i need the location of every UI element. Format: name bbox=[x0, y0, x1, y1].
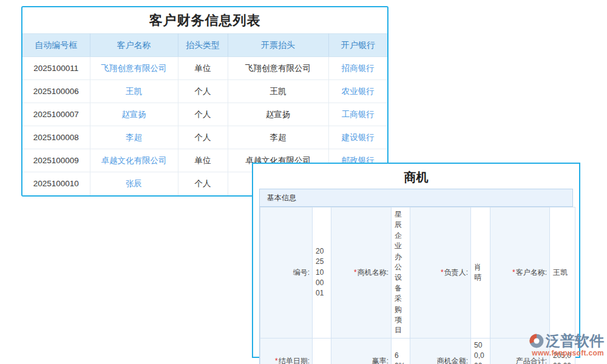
cell-customer-name-link[interactable]: 李超 bbox=[90, 126, 178, 149]
cell-title-type: 个人 bbox=[178, 172, 228, 195]
list-panel-title: 客户财务信息列表 bbox=[22, 7, 387, 33]
cell-invoice-title: 赵宣扬 bbox=[228, 103, 328, 126]
field-value-customer-name: 王凯 bbox=[550, 207, 575, 339]
cell-customer-name-link[interactable]: 赵宣扬 bbox=[90, 103, 178, 126]
field-label-customer-name: *客户名称: bbox=[490, 207, 550, 339]
field-value-number: 2025100001 bbox=[313, 207, 331, 339]
field-value-win-rate: 60% bbox=[392, 338, 410, 364]
field-label-owner: *负责人: bbox=[410, 207, 471, 339]
screen: 客户财务信息列表 自动编号框 客户名称 抬头类型 开票抬头 开户银行 20251… bbox=[0, 0, 607, 364]
cell-title-type: 个人 bbox=[178, 80, 228, 103]
table-row: 2025100006 王凯 个人 王凯 农业银行 bbox=[22, 80, 387, 103]
table-header-row: 自动编号框 客户名称 抬头类型 开票抬头 开户银行 bbox=[22, 34, 387, 57]
field-label-win-rate: 赢率: bbox=[331, 338, 392, 364]
cell-bank-link[interactable]: 招商银行 bbox=[328, 57, 387, 80]
cell-customer-name-link[interactable]: 卓越文化有限公司 bbox=[90, 149, 178, 172]
basic-info-section-header: 基本信息 bbox=[260, 189, 572, 207]
field-label-opportunity-name: *商机名称: bbox=[331, 207, 392, 339]
field-label-text: 客户名称: bbox=[516, 268, 547, 277]
required-mark: * bbox=[275, 357, 278, 364]
required-mark: * bbox=[512, 268, 515, 277]
cell-auto-number: 2025100010 bbox=[22, 172, 90, 195]
field-label-text: 商机金额: bbox=[437, 357, 468, 364]
required-mark: * bbox=[354, 268, 357, 277]
cell-auto-number: 2025100011 bbox=[22, 57, 90, 80]
table-row: 2025100011 飞翔创意有限公司 单位 飞翔创意有限公司 招商银行 bbox=[22, 57, 387, 80]
field-value-opportunity-amount: 500,000.00 bbox=[471, 338, 490, 364]
cell-invoice-title: 李超 bbox=[228, 126, 328, 149]
field-label-text: 赢率: bbox=[372, 357, 388, 364]
cell-invoice-title: 王凯 bbox=[228, 80, 328, 103]
brand-url: www.fanpusoft.com bbox=[512, 349, 604, 357]
cell-auto-number: 2025100009 bbox=[22, 149, 90, 172]
cell-bank-link[interactable]: 农业银行 bbox=[328, 80, 387, 103]
column-header-title-type: 抬头类型 bbox=[178, 34, 228, 57]
vendor-watermark: 泛普软件 www.fanpusoft.com bbox=[512, 331, 604, 357]
cell-title-type: 个人 bbox=[178, 126, 228, 149]
cell-customer-name-link[interactable]: 王凯 bbox=[90, 80, 178, 103]
field-label-text: 编号: bbox=[293, 268, 310, 277]
table-row: 2025100007 赵宣扬 个人 赵宣扬 工商银行 bbox=[22, 103, 387, 126]
field-value-close-date bbox=[313, 338, 331, 364]
cell-customer-name-link[interactable]: 张辰 bbox=[90, 172, 178, 195]
opportunity-panel-title: 商机 bbox=[253, 164, 579, 189]
cell-auto-number: 2025100008 bbox=[22, 126, 90, 149]
brand-logo-icon bbox=[528, 332, 545, 349]
form-row: 编号: 2025100001 *商机名称: 星辰企业办公设备采购项目 *负责人:… bbox=[260, 207, 575, 339]
table-row: 2025100008 李超 个人 李超 建设银行 bbox=[22, 126, 387, 149]
brand-name: 泛普软件 bbox=[546, 331, 604, 351]
cell-bank-link[interactable]: 建设银行 bbox=[328, 126, 387, 149]
field-label-text: 产品合计: bbox=[516, 357, 547, 364]
required-mark: * bbox=[441, 268, 444, 277]
cell-title-type: 个人 bbox=[178, 103, 228, 126]
field-label-text: 结单日期: bbox=[279, 357, 310, 364]
cell-auto-number: 2025100007 bbox=[22, 103, 90, 126]
cell-invoice-title: 飞翔创意有限公司 bbox=[228, 57, 328, 80]
field-value-owner: 肖晴 bbox=[471, 207, 490, 339]
cell-customer-name-link[interactable]: 飞翔创意有限公司 bbox=[90, 57, 178, 80]
cell-bank-link[interactable]: 工商银行 bbox=[328, 103, 387, 126]
cell-auto-number: 2025100006 bbox=[22, 80, 90, 103]
field-label-text: 负责人: bbox=[444, 268, 468, 277]
column-header-invoice-title: 开票抬头 bbox=[228, 34, 328, 57]
cell-title-type: 单位 bbox=[178, 149, 228, 172]
field-value-opportunity-name: 星辰企业办公设备采购项目 bbox=[392, 207, 410, 339]
field-label-close-date: *结单日期: bbox=[260, 338, 313, 364]
column-header-bank: 开户银行 bbox=[328, 34, 387, 57]
field-label-number: 编号: bbox=[260, 207, 313, 339]
column-header-customer-name: 客户名称 bbox=[90, 34, 178, 57]
opportunity-detail-panel: 商机 基本信息 编号: 2025100001 *商机名称: 星辰企业办公设备采购… bbox=[252, 163, 580, 358]
cell-title-type: 单位 bbox=[178, 57, 228, 80]
field-label-text: 商机名称: bbox=[358, 268, 388, 277]
field-label-opportunity-amount: 商机金额: bbox=[410, 338, 471, 364]
column-header-auto-number: 自动编号框 bbox=[22, 34, 90, 57]
